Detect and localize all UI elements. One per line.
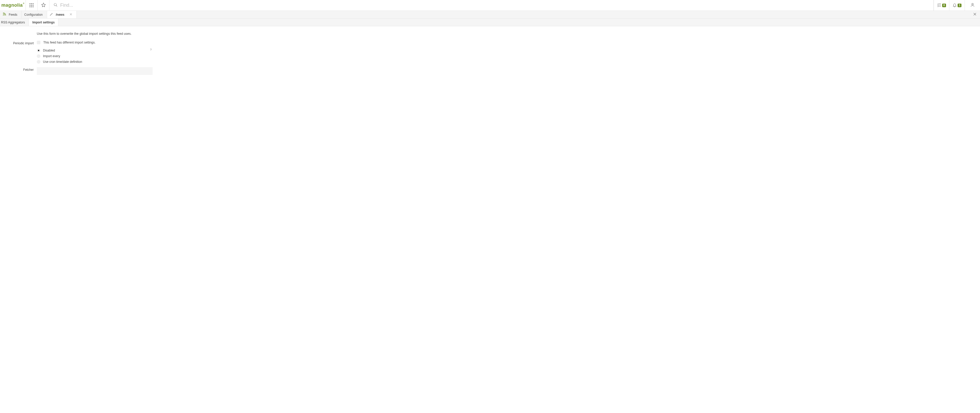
search-bar	[49, 0, 934, 11]
pencil-icon	[50, 12, 53, 17]
bell-icon	[953, 3, 957, 8]
logo[interactable]: magnolia	[0, 0, 26, 11]
checkbox-periodic-import[interactable]	[37, 41, 40, 44]
radio-item-cron[interactable]: Use cron time/date definition	[37, 59, 153, 64]
notifications-badge: 1	[958, 3, 962, 7]
tab-news[interactable]: /news	[47, 11, 77, 18]
fetcher-input[interactable]	[37, 67, 153, 75]
tasks-icon	[937, 3, 942, 8]
close-all-tabs-button[interactable]	[970, 11, 980, 18]
apps-grid-icon	[30, 3, 33, 7]
user-menu-button[interactable]	[964, 0, 980, 11]
user-icon	[970, 3, 975, 8]
tab-configuration[interactable]: Configuration	[22, 11, 47, 18]
tasks-badge: 0	[942, 3, 946, 7]
subtab-label: Import settings	[32, 21, 55, 24]
radio-input[interactable]	[37, 49, 40, 52]
notifications-button[interactable]: 1	[949, 0, 964, 11]
subtab-rss-aggregators[interactable]: RSS Aggregators	[0, 19, 29, 26]
app-header: magnolia 0	[0, 0, 980, 11]
tab-label: /news	[56, 13, 64, 16]
row-periodic-import: Periodic import This feed has different …	[0, 41, 980, 45]
tasks-button[interactable]: 0	[934, 0, 949, 11]
radio-label: Disabled	[43, 49, 55, 52]
radio-label: Import every	[43, 54, 60, 58]
header-right: 0 1	[934, 0, 980, 11]
radio-item-import-every[interactable]: Import every	[37, 54, 153, 59]
svg-line-1	[56, 5, 57, 6]
checkbox-label: This feed has different import settings.	[43, 41, 95, 44]
form-description: Use this form to overwrite the global im…	[37, 32, 980, 35]
rss-icon	[3, 12, 6, 17]
tab-label: Configuration	[24, 13, 43, 16]
close-icon	[973, 12, 977, 17]
svg-point-6	[3, 15, 3, 16]
row-import-mode: ? Disabled Import every Use cron time/da…	[0, 48, 980, 64]
subtab-import-settings[interactable]: Import settings	[29, 19, 59, 26]
tab-label: Feeds	[9, 13, 17, 16]
radio-input[interactable]	[37, 54, 40, 58]
main-tabs: Feeds Configuration /news	[0, 11, 980, 19]
favorites-button[interactable]	[38, 0, 49, 11]
import-settings-form: Use this form to overwrite the global im…	[0, 26, 980, 75]
radio-input[interactable]	[37, 60, 40, 64]
app-launcher-button[interactable]	[26, 0, 38, 11]
sub-tabs: RSS Aggregators Import settings	[0, 19, 980, 26]
radio-label: Use cron time/date definition	[43, 60, 82, 64]
radio-group-import-mode: Disabled Import every Use cron time/date…	[37, 48, 153, 64]
logo-text: magnolia	[1, 3, 24, 8]
close-icon	[70, 13, 72, 16]
star-icon	[41, 3, 46, 8]
radio-item-disabled[interactable]: Disabled	[37, 48, 153, 53]
help-button[interactable]: ?	[150, 48, 151, 51]
search-input[interactable]	[60, 3, 934, 8]
close-tab-button[interactable]	[70, 13, 72, 16]
label-periodic-import: Periodic import	[0, 41, 37, 45]
svg-point-5	[972, 3, 973, 5]
svg-point-0	[54, 3, 56, 6]
tab-feeds[interactable]: Feeds	[0, 11, 22, 18]
search-icon	[54, 3, 58, 8]
row-fetcher: Fetcher	[0, 67, 980, 75]
subtab-label: RSS Aggregators	[1, 21, 25, 24]
label-fetcher: Fetcher	[0, 67, 37, 72]
